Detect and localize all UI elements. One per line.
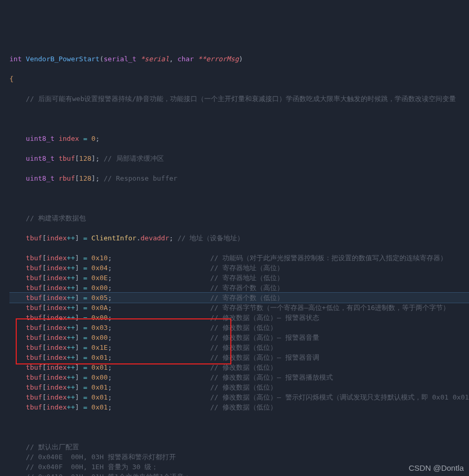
assign-row: tbuf[index++] = 0x1E; // 修改数据（低位）: [9, 342, 469, 352]
assign-row: tbuf[index++] = 0x00; // 修改数据（高位）— 报警器播放…: [9, 372, 469, 382]
decl-tbuf: uint8_t tbuf[128]; // 局部请求缓冲区: [9, 153, 469, 163]
function-signature: int VendorB_PowerStart(serial_t *serial,…: [9, 54, 469, 64]
comment: // 构建请求数据包: [9, 213, 469, 223]
assign-row: tbuf[index++] = 0x01; // 修改数据（高位）— 报警器音调: [9, 352, 469, 362]
assign-row: tbuf[index++] = 0x00; // 寄存器个数（高位）: [9, 283, 469, 293]
assign-row: tbuf[index++] = 0x00; // 修改数据（高位）— 报警器状态: [9, 313, 469, 323]
assign-row: tbuf[index++] = 0x01; // 修改数据（低位）: [9, 382, 469, 392]
assign-row: tbuf[index++] = 0x01; // 修改数据（低位）: [9, 362, 469, 372]
assign-row: tbuf[index++] = 0x10; // 功能码（对于此声光报警器控制板…: [9, 253, 469, 263]
assign-row: tbuf[index++] = 0x01; // 修改数据（低位）: [9, 402, 469, 412]
code-editor[interactable]: int VendorB_PowerStart(serial_t *serial,…: [0, 40, 469, 476]
assign-row: tbuf[index++] = 0x0E; // 寄存器地址（低位）: [9, 273, 469, 283]
comment: // 0x040F 00H, 1EH 音量为 30 级；: [9, 462, 469, 472]
decl-index: uint8_t index = 0;: [9, 134, 469, 143]
assign-row: tbuf[index++] = 0x0A; // 寄存器字节数（一个寄存器—高位…: [9, 303, 469, 313]
assign-row: tbuf[index++] = 0x01; // 修改数据（高位）— 警示灯闪烁…: [9, 392, 469, 402]
assign-row: tbuf[index++] = 0x00; // 修改数据（高位）— 报警器音量: [9, 333, 469, 342]
comment: // 后面可能有web设置报警器持续/静音功能，功能接口（一个主开灯量和衰减接口…: [9, 94, 469, 104]
watermark: CSDN @Dontla: [409, 463, 464, 473]
assign-row: tbuf[index++] = 0x04; // 寄存器地址（高位）: [9, 263, 469, 273]
comment: // 0x0410 01H, 01H 第1个文件夹的第1个语音；: [9, 472, 469, 476]
decl-rbuf: uint8_t rbuf[128]; // Response buffer: [9, 173, 469, 183]
comment: // 默认出厂配置: [9, 442, 469, 452]
assign-row: tbuf[index++] = 0x05; // 寄存器个数（低位）: [9, 292, 469, 303]
comment: // 0x040E 00H, 03H 报警器和警示灯都打开: [9, 452, 469, 462]
assign-devaddr: tbuf[index++] = ClientInfor.devaddr; // …: [9, 233, 469, 243]
assign-row: tbuf[index++] = 0x03; // 修改数据（低位）: [9, 323, 469, 333]
